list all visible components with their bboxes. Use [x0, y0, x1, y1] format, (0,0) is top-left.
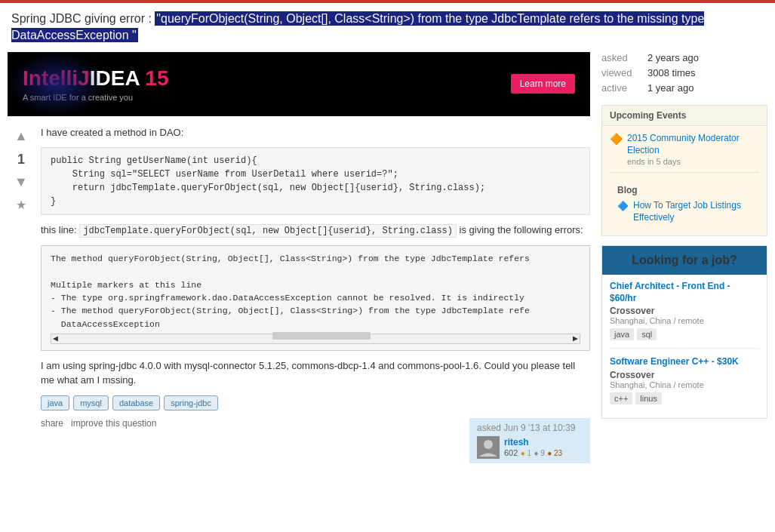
job-item-1: Chief Architect - Front End - $60/hr Cro…: [610, 281, 759, 349]
vote-count: 1: [17, 152, 25, 168]
error-intro-suffix: is giving the following errors:: [457, 224, 583, 235]
ad-banner[interactable]: IntelliJIDEA 15 A smart IDE for a creati…: [8, 52, 590, 116]
error-line-2: Multiple markers at this line: [51, 278, 580, 291]
blog-link[interactable]: How To Target Job Listings Effectively: [633, 200, 752, 223]
badge-bronze: ● 23: [547, 449, 562, 457]
scrollbar-thumb[interactable]: [272, 332, 371, 340]
job-tags-1: java sql: [610, 328, 759, 340]
stat-row-active: active 1 year ago: [601, 82, 767, 94]
share-button[interactable]: share: [41, 418, 63, 429]
event-details: 2015 Community Moderator Election ends i…: [627, 132, 759, 166]
tag-java[interactable]: java: [41, 395, 69, 411]
vote-up-button[interactable]: [10, 125, 32, 148]
event-icon: 🔶: [610, 133, 623, 145]
svg-point-1: [484, 440, 493, 449]
post-body: I have created a method in DAO: public S…: [41, 125, 590, 463]
job-box-content: Chief Architect - Front End - $60/hr Cro…: [602, 275, 767, 418]
event-link[interactable]: 2015 Community Moderator Election: [627, 133, 740, 156]
user-card: asked Jun 9 '13 at 10:39: [469, 418, 590, 463]
vote-section: 1 ★: [8, 125, 35, 463]
title-prefix: Spring JDBC giving error :: [11, 12, 152, 25]
scrollbar-arrows: ◀ ▶: [51, 332, 580, 345]
blog-label: Blog: [617, 185, 752, 195]
tag-mysql[interactable]: mysql: [73, 395, 109, 411]
tags-container: java mysql database spring-jdbc: [41, 395, 590, 411]
blog-section: Blog 🔷 How To Target Job Listings Effect…: [610, 179, 759, 229]
post-conclusion: I am using spring-jdbc 4.0.0 with mysql-…: [41, 358, 590, 388]
user-badges: 602 ● 1 ● 9 ● 23: [504, 447, 562, 458]
divider: [610, 172, 759, 173]
upcoming-events-box: Upcoming Events 🔶 2015 Community Moderat…: [601, 105, 767, 236]
stat-row-viewed: viewed 3008 times: [601, 67, 767, 78]
sidebar-stats: asked 2 years ago viewed 3008 times acti…: [601, 52, 767, 94]
stat-label-active: active: [601, 82, 643, 94]
favorite-button[interactable]: ★: [16, 198, 26, 212]
error-line-3: - The type org.springframework.dao.DataA…: [51, 291, 580, 304]
job-company-2: Crossover: [610, 370, 759, 380]
post-intro: I have created a method in DAO:: [41, 125, 590, 140]
error-line-blank: [51, 266, 580, 278]
user-details: ritesh 602 ● 1 ● 9 ● 23: [504, 437, 562, 458]
error-line-4: - The method queryForObject(String, Obje…: [51, 304, 580, 317]
error-line-1: The method queryForObject(String, Object…: [51, 252, 580, 265]
job-tags-2: c++ linus: [610, 392, 759, 404]
stat-label-asked: asked: [601, 52, 643, 63]
stat-value-viewed: 3008 times: [647, 67, 696, 78]
rep-score: 602: [504, 448, 518, 457]
job-tag-linus[interactable]: linus: [635, 392, 662, 404]
job-company-1: Crossover: [610, 306, 759, 316]
post-error-intro: this line: jdbcTemplate.queryForObject(s…: [41, 223, 590, 238]
user-avatar: [477, 436, 500, 459]
asked-info: asked Jun 9 '13 at 10:39: [477, 423, 583, 433]
ad-learn-more-button[interactable]: Learn more: [511, 74, 575, 94]
scroll-right-icon[interactable]: ▶: [573, 332, 578, 345]
post-layout: 1 ★ I have created a method in DAO: publ…: [8, 125, 590, 463]
job-location-2: Shanghai, China / remote: [610, 380, 759, 389]
error-line-5: DataAccessException: [51, 318, 580, 331]
post-actions: share improve this question: [41, 418, 156, 429]
improve-button[interactable]: improve this question: [71, 418, 156, 429]
stat-label-viewed: viewed: [601, 67, 643, 78]
sidebar: asked 2 years ago viewed 3008 times acti…: [601, 52, 767, 475]
error-intro-prefix: this line:: [41, 224, 79, 235]
upcoming-events-content: 🔶 2015 Community Moderator Election ends…: [602, 126, 767, 235]
job-item-2: Software Engineer C++ - $30K Crossover S…: [610, 356, 759, 412]
tag-database[interactable]: database: [112, 395, 160, 411]
job-box: Looking for a job? Chief Architect - Fro…: [601, 245, 767, 419]
job-title-1[interactable]: Chief Architect - Front End - $60/hr: [610, 281, 759, 304]
badge-gold: ● 1: [521, 449, 531, 457]
event-ends: ends in 5 days: [627, 157, 759, 166]
scroll-left-icon[interactable]: ◀: [53, 332, 58, 345]
job-tag-sql[interactable]: sql: [637, 328, 657, 340]
error-scrollbar[interactable]: ◀ ▶: [51, 334, 580, 344]
user-info: ritesh 602 ● 1 ● 9 ● 23: [477, 436, 583, 459]
blog-icon: 🔷: [617, 201, 629, 211]
job-box-title: Looking for a job?: [602, 246, 767, 275]
event-item: 🔶 2015 Community Moderator Election ends…: [610, 132, 759, 166]
stat-value-asked: 2 years ago: [647, 52, 699, 63]
job-title-2[interactable]: Software Engineer C++ - $30K: [610, 356, 759, 368]
job-tag-java[interactable]: java: [610, 328, 634, 340]
tag-spring-jdbc[interactable]: spring-jdbc: [164, 395, 218, 411]
main-content: IntelliJIDEA 15 A smart IDE for a creati…: [8, 52, 590, 475]
stat-value-active: 1 year ago: [647, 82, 694, 94]
question-title: Spring JDBC giving error : "queryForObje…: [0, 3, 775, 52]
job-tag-cpp[interactable]: c++: [610, 392, 632, 404]
job-location-1: Shanghai, China / remote: [610, 316, 759, 325]
ad-decoration: [8, 52, 106, 116]
post-footer: share improve this question asked Jun 9 …: [41, 418, 590, 463]
code-block-main: public String getUserName(int userid){ S…: [41, 147, 590, 215]
blog-item: 🔷 How To Target Job Listings Effectively: [617, 200, 752, 223]
badge-silver: ● 9: [534, 449, 544, 457]
vote-down-button[interactable]: [10, 171, 32, 194]
stat-row-asked: asked 2 years ago: [601, 52, 767, 63]
error-inline-code: jdbcTemplate.queryForObject(sql, new Obj…: [79, 224, 457, 238]
error-block: The method queryForObject(String, Object…: [41, 245, 590, 351]
upcoming-events-title: Upcoming Events: [602, 106, 767, 126]
ad-logo-num: 15: [145, 66, 168, 90]
username[interactable]: ritesh: [504, 437, 562, 447]
